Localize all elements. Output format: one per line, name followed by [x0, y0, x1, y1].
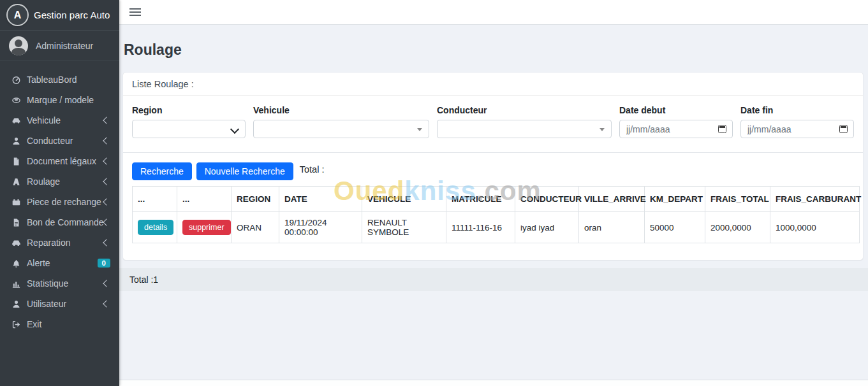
speedometer-icon: [11, 75, 21, 85]
cell-frais-carburant: 1000,0000: [770, 212, 860, 243]
vehicule-label: Vehicule: [253, 105, 429, 115]
user-icon: [11, 136, 21, 146]
invoice-icon: [11, 217, 21, 227]
cell-matricule: 11111-116-16: [446, 212, 515, 243]
avatar: [9, 36, 28, 55]
cell-frais-total: 2000,0000: [705, 212, 770, 243]
user-icon: [11, 299, 21, 309]
chevron-left-icon: [103, 198, 110, 205]
filter-conducteur: Conducteur: [437, 105, 612, 138]
col-matricule: MATRICULE: [446, 187, 515, 212]
col-actions-2: ...: [177, 187, 232, 212]
chevron-left-icon: [103, 218, 110, 225]
recherche-button[interactable]: Recherche: [132, 162, 192, 180]
chevron-left-icon: [103, 117, 110, 124]
supprimer-button[interactable]: supprimer: [182, 220, 231, 235]
sidebar-item-bon-de-commande[interactable]: Bon de Commande: [0, 212, 119, 232]
conducteur-label: Conducteur: [437, 105, 612, 115]
total-label: Total :: [300, 164, 325, 175]
main-content: Roulage Liste Roulage : Region Vehicule …: [119, 0, 868, 386]
card-header: Liste Roulage :: [123, 73, 863, 96]
sidebar-item-utilisateur[interactable]: Utilisateur: [0, 294, 119, 314]
chevron-down-icon: [230, 125, 239, 134]
col-conducteur: CONDUCTEUR: [515, 187, 579, 212]
sidebar-item-exit[interactable]: Exit: [0, 314, 119, 334]
calendar-icon[interactable]: [839, 125, 848, 133]
date-fin-label: Date fin: [740, 105, 854, 115]
menu-toggle-button[interactable]: [129, 6, 141, 18]
col-km-depart: KM_DEPART: [645, 187, 705, 212]
section-divider: [123, 152, 863, 153]
details-button[interactable]: details: [138, 220, 173, 235]
col-date: DATE: [279, 187, 362, 212]
cell-region: ORAN: [232, 212, 279, 243]
sidebar-menu: TableauBord Marque / modele Vehicule Con…: [0, 61, 119, 334]
date-debut-input[interactable]: [620, 120, 703, 138]
filter-date-debut: Date debut: [619, 105, 733, 138]
repair-car-icon: [11, 238, 21, 248]
sidebar-item-roulage[interactable]: Roulage: [0, 171, 119, 192]
top-navbar: [119, 0, 868, 25]
sidebar: A Gestion parc Auto Administrateur Table…: [0, 0, 119, 386]
col-frais-carburant: FRAIS_CARBURANT: [770, 187, 860, 212]
sidebar-item-statistique[interactable]: Statistique: [0, 273, 119, 294]
date-debut-label: Date debut: [619, 105, 733, 115]
road-icon: [11, 176, 21, 187]
table-row: details supprimer ORAN 19/11/2024 00:00:…: [133, 212, 860, 243]
cell-km-depart: 50000: [645, 212, 705, 243]
filters-row: Region Vehicule Conducteur Date debut: [132, 105, 854, 138]
sidebar-item-reparation[interactable]: Reparation: [0, 232, 119, 253]
col-actions-1: ...: [133, 187, 177, 212]
region-select[interactable]: [132, 120, 246, 138]
sidebar-item-document-legaux[interactable]: Document légaux: [0, 151, 119, 171]
dropdown-arrow-icon: [600, 128, 605, 131]
cell-vehicule: RENAULT SYMBOLE: [362, 212, 446, 243]
sidebar-item-vehicule[interactable]: Vehicule: [0, 110, 119, 131]
date-fin-input[interactable]: [741, 120, 824, 138]
bell-icon: [11, 258, 21, 268]
main-footer: [119, 380, 868, 386]
page-title: Roulage: [124, 41, 859, 59]
chevron-left-icon: [103, 178, 110, 185]
app-window: A Gestion parc Auto Administrateur Table…: [0, 0, 868, 386]
car-icon: [11, 115, 21, 125]
document-icon: [11, 156, 21, 166]
sidebar-item-piece-de-rechange[interactable]: Piece de rechange: [0, 192, 119, 212]
filter-date-fin: Date fin: [740, 105, 854, 138]
sidebar-item-conducteur[interactable]: Conducteur: [0, 131, 119, 151]
app-brand[interactable]: A Gestion parc Auto: [0, 0, 119, 31]
col-region: REGION: [232, 187, 279, 212]
table-header-row: ... ... REGION DATE VEHICULE MATRICULE C…: [133, 187, 860, 212]
bar-chart-icon: [11, 278, 21, 289]
cell-ville-arrive: oran: [579, 212, 645, 243]
filter-region: Region: [132, 105, 246, 138]
user-name: Administrateur: [36, 41, 93, 51]
sign-out-icon: [11, 319, 21, 329]
nouvelle-recherche-button[interactable]: Nouvelle Recherche: [196, 162, 293, 180]
app-title: Gestion parc Auto: [34, 10, 110, 20]
col-frais-total: FRAIS_TOTAL: [705, 187, 770, 212]
roulage-table: ... ... REGION DATE VEHICULE MATRICULE C…: [132, 186, 860, 243]
user-panel[interactable]: Administrateur: [0, 31, 119, 61]
sidebar-item-marque-modele[interactable]: Marque / modele: [0, 90, 119, 110]
app-logo-icon: A: [8, 5, 27, 25]
cell-date: 19/11/2024 00:00:00: [279, 212, 362, 243]
chevron-left-icon: [103, 280, 110, 287]
filter-vehicule: Vehicule: [253, 105, 429, 138]
col-ville-arrive: VILLE_ARRIVE: [579, 187, 645, 212]
calendar-icon[interactable]: [718, 125, 726, 133]
sidebar-item-tableaubord[interactable]: TableauBord: [0, 69, 119, 90]
vehicule-select[interactable]: [253, 120, 429, 138]
battery-icon: [11, 197, 21, 207]
conducteur-select[interactable]: [437, 120, 612, 138]
card-body: Region Vehicule Conducteur Date debut: [123, 96, 863, 260]
date-debut-field: [619, 120, 733, 138]
actions-row: Recherche Nouvelle Recherche Total :: [132, 162, 854, 180]
tag-icon: [11, 95, 21, 105]
region-label: Region: [132, 105, 246, 115]
sidebar-item-alerte[interactable]: Alerte 0: [0, 253, 119, 273]
dropdown-arrow-icon: [417, 128, 422, 131]
cell-conducteur: iyad iyad: [515, 212, 579, 243]
summary-total: Total :1: [119, 268, 868, 291]
chevron-left-icon: [103, 239, 110, 246]
